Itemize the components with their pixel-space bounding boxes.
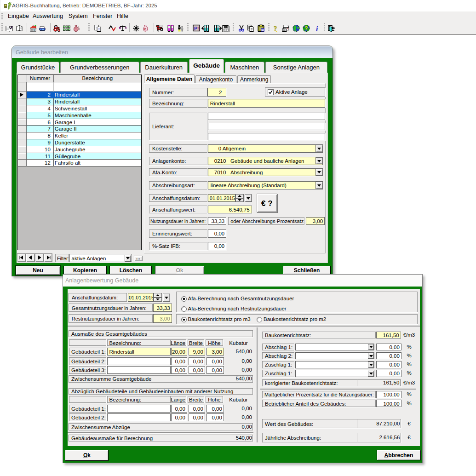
svg-text:€: € <box>144 27 147 31</box>
svg-text:i: i <box>316 25 318 33</box>
svg-text:?: ? <box>274 25 277 32</box>
svg-text:!: ! <box>197 26 199 31</box>
svg-text:?: ? <box>304 25 308 32</box>
